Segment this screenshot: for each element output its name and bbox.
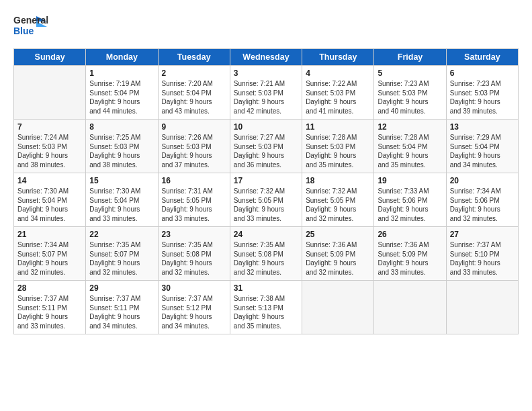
day-number: 5: [378, 68, 442, 78]
day-number: 8: [89, 122, 154, 132]
day-info: Sunrise: 7:28 AM Sunset: 5:03 PM Dayligh…: [306, 133, 370, 169]
day-info: Sunrise: 7:33 AM Sunset: 5:06 PM Dayligh…: [378, 187, 442, 223]
weekday-header-monday: Monday: [86, 49, 158, 66]
day-number: 19: [378, 176, 442, 185]
day-number: 12: [378, 122, 442, 132]
calendar-cell: [374, 281, 446, 334]
day-info: Sunrise: 7:23 AM Sunset: 5:03 PM Dayligh…: [378, 79, 442, 116]
day-info: Sunrise: 7:35 AM Sunset: 5:08 PM Dayligh…: [162, 240, 226, 277]
day-info: Sunrise: 7:36 AM Sunset: 5:09 PM Dayligh…: [306, 240, 370, 277]
day-number: 29: [89, 283, 154, 293]
day-number: 26: [378, 230, 442, 239]
calendar-cell: 6Sunrise: 7:23 AM Sunset: 5:03 PM Daylig…: [446, 66, 518, 120]
calendar-cell: 12Sunrise: 7:28 AM Sunset: 5:04 PM Dayli…: [374, 120, 446, 173]
calendar-cell: 9Sunrise: 7:26 AM Sunset: 5:03 PM Daylig…: [158, 120, 230, 173]
day-number: 18: [306, 176, 370, 185]
day-number: 13: [450, 122, 515, 132]
calendar-cell: [446, 281, 518, 334]
day-info: Sunrise: 7:32 AM Sunset: 5:05 PM Dayligh…: [234, 187, 298, 223]
svg-text:General: General: [13, 15, 48, 26]
day-number: 20: [450, 176, 515, 185]
svg-text:Blue: Blue: [13, 26, 34, 36]
day-number: 14: [17, 176, 82, 185]
day-info: Sunrise: 7:34 AM Sunset: 5:07 PM Dayligh…: [17, 240, 82, 277]
calendar-cell: 30Sunrise: 7:37 AM Sunset: 5:12 PM Dayli…: [158, 281, 230, 334]
calendar-cell: 27Sunrise: 7:37 AM Sunset: 5:10 PM Dayli…: [446, 227, 518, 281]
weekday-header-wednesday: Wednesday: [230, 49, 302, 66]
day-number: 4: [306, 68, 370, 78]
day-info: Sunrise: 7:35 AM Sunset: 5:08 PM Dayligh…: [234, 240, 298, 277]
calendar-cell: 7Sunrise: 7:24 AM Sunset: 5:03 PM Daylig…: [14, 120, 86, 173]
day-number: 11: [306, 122, 370, 132]
day-number: 28: [17, 283, 82, 293]
calendar-cell: 31Sunrise: 7:38 AM Sunset: 5:13 PM Dayli…: [230, 281, 302, 334]
day-number: 21: [17, 230, 82, 239]
day-info: Sunrise: 7:36 AM Sunset: 5:09 PM Dayligh…: [378, 240, 442, 277]
day-info: Sunrise: 7:34 AM Sunset: 5:06 PM Dayligh…: [450, 187, 515, 223]
day-number: 2: [162, 68, 226, 78]
main-container: GeneralBlue SundayMondayTuesdayWednesday…: [0, 0, 532, 341]
calendar-cell: 13Sunrise: 7:29 AM Sunset: 5:04 PM Dayli…: [446, 120, 518, 173]
day-number: 25: [306, 230, 370, 239]
day-info: Sunrise: 7:37 AM Sunset: 5:10 PM Dayligh…: [450, 240, 515, 277]
calendar-cell: 28Sunrise: 7:37 AM Sunset: 5:11 PM Dayli…: [14, 281, 86, 334]
day-info: Sunrise: 7:30 AM Sunset: 5:04 PM Dayligh…: [89, 187, 154, 223]
calendar-cell: [302, 281, 374, 334]
calendar-cell: 2Sunrise: 7:20 AM Sunset: 5:04 PM Daylig…: [158, 66, 230, 120]
calendar-cell: 25Sunrise: 7:36 AM Sunset: 5:09 PM Dayli…: [302, 227, 374, 281]
calendar-cell: 18Sunrise: 7:32 AM Sunset: 5:05 PM Dayli…: [302, 173, 374, 227]
calendar-cell: 14Sunrise: 7:30 AM Sunset: 5:04 PM Dayli…: [14, 173, 86, 227]
day-info: Sunrise: 7:38 AM Sunset: 5:13 PM Dayligh…: [234, 294, 298, 330]
calendar-cell: 21Sunrise: 7:34 AM Sunset: 5:07 PM Dayli…: [14, 227, 86, 281]
day-number: 22: [89, 230, 154, 239]
calendar-cell: 5Sunrise: 7:23 AM Sunset: 5:03 PM Daylig…: [374, 66, 446, 120]
day-number: 27: [450, 230, 515, 239]
calendar-cell: 24Sunrise: 7:35 AM Sunset: 5:08 PM Dayli…: [230, 227, 302, 281]
weekday-header-row: SundayMondayTuesdayWednesdayThursdayFrid…: [14, 49, 519, 66]
weekday-header-tuesday: Tuesday: [158, 49, 230, 66]
calendar-cell: 11Sunrise: 7:28 AM Sunset: 5:03 PM Dayli…: [302, 120, 374, 173]
weekday-header-sunday: Sunday: [14, 49, 86, 66]
day-info: Sunrise: 7:27 AM Sunset: 5:03 PM Dayligh…: [234, 133, 298, 169]
calendar-cell: 8Sunrise: 7:25 AM Sunset: 5:03 PM Daylig…: [86, 120, 158, 173]
day-info: Sunrise: 7:22 AM Sunset: 5:03 PM Dayligh…: [306, 79, 370, 116]
calendar-cell: 3Sunrise: 7:21 AM Sunset: 5:03 PM Daylig…: [230, 66, 302, 120]
calendar-week-5: 28Sunrise: 7:37 AM Sunset: 5:11 PM Dayli…: [14, 281, 519, 334]
calendar-cell: 16Sunrise: 7:31 AM Sunset: 5:05 PM Dayli…: [158, 173, 230, 227]
day-info: Sunrise: 7:21 AM Sunset: 5:03 PM Dayligh…: [234, 79, 298, 116]
day-info: Sunrise: 7:32 AM Sunset: 5:05 PM Dayligh…: [306, 187, 370, 223]
calendar-cell: 15Sunrise: 7:30 AM Sunset: 5:04 PM Dayli…: [86, 173, 158, 227]
calendar-cell: 10Sunrise: 7:27 AM Sunset: 5:03 PM Dayli…: [230, 120, 302, 173]
day-info: Sunrise: 7:37 AM Sunset: 5:11 PM Dayligh…: [89, 294, 154, 330]
weekday-header-friday: Friday: [374, 49, 446, 66]
day-number: 30: [162, 283, 226, 293]
day-info: Sunrise: 7:24 AM Sunset: 5:03 PM Dayligh…: [17, 133, 82, 169]
calendar-cell: 26Sunrise: 7:36 AM Sunset: 5:09 PM Dayli…: [374, 227, 446, 281]
day-info: Sunrise: 7:20 AM Sunset: 5:04 PM Dayligh…: [162, 79, 226, 116]
calendar-cell: 4Sunrise: 7:22 AM Sunset: 5:03 PM Daylig…: [302, 66, 374, 120]
day-number: 23: [162, 230, 226, 239]
day-info: Sunrise: 7:26 AM Sunset: 5:03 PM Dayligh…: [162, 133, 226, 169]
day-info: Sunrise: 7:29 AM Sunset: 5:04 PM Dayligh…: [450, 133, 515, 169]
day-number: 31: [234, 283, 298, 293]
calendar-week-3: 14Sunrise: 7:30 AM Sunset: 5:04 PM Dayli…: [14, 173, 519, 227]
day-number: 3: [234, 68, 298, 78]
day-number: 7: [17, 122, 82, 132]
day-number: 17: [234, 176, 298, 185]
calendar-cell: 20Sunrise: 7:34 AM Sunset: 5:06 PM Dayli…: [446, 173, 518, 227]
header: GeneralBlue: [13, 12, 519, 40]
weekday-header-saturday: Saturday: [446, 49, 518, 66]
weekday-header-thursday: Thursday: [302, 49, 374, 66]
day-info: Sunrise: 7:28 AM Sunset: 5:04 PM Dayligh…: [378, 133, 442, 169]
day-info: Sunrise: 7:35 AM Sunset: 5:07 PM Dayligh…: [89, 240, 154, 277]
calendar-cell: 17Sunrise: 7:32 AM Sunset: 5:05 PM Dayli…: [230, 173, 302, 227]
day-number: 9: [162, 122, 226, 132]
calendar-cell: [14, 66, 86, 120]
day-number: 1: [89, 68, 154, 78]
day-number: 24: [234, 230, 298, 239]
calendar-cell: 23Sunrise: 7:35 AM Sunset: 5:08 PM Dayli…: [158, 227, 230, 281]
day-info: Sunrise: 7:37 AM Sunset: 5:12 PM Dayligh…: [162, 294, 226, 330]
day-number: 10: [234, 122, 298, 132]
day-info: Sunrise: 7:25 AM Sunset: 5:03 PM Dayligh…: [89, 133, 154, 169]
logo: GeneralBlue: [13, 12, 48, 40]
